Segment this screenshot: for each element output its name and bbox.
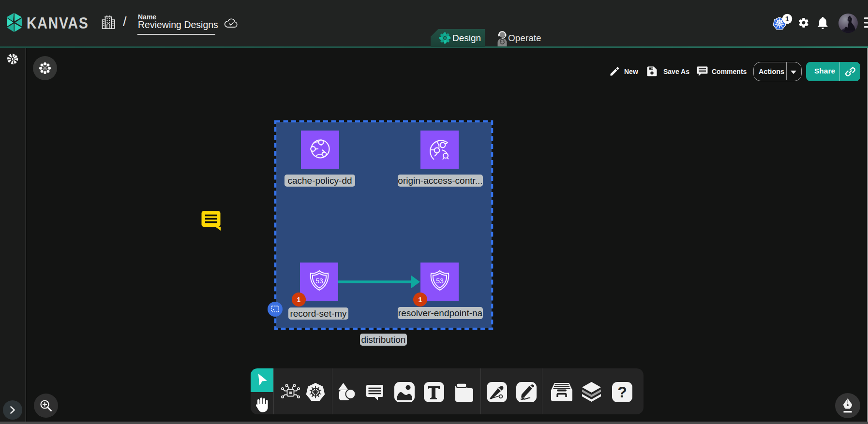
svg-text:1: 1 [785,15,789,23]
svg-text:?: ? [617,383,627,401]
svg-text:53: 53 [315,277,323,285]
svg-text:53: 53 [436,277,444,285]
